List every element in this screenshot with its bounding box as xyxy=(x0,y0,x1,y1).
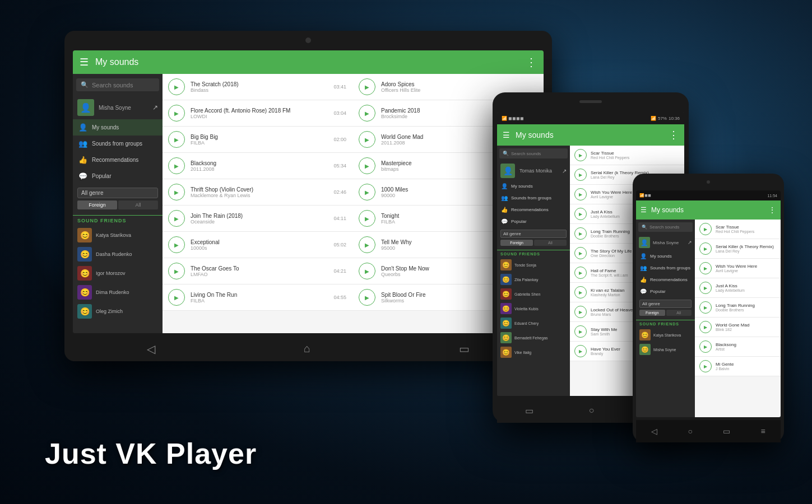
p2-nav-popular[interactable]: 💬 Popular xyxy=(636,286,695,297)
menu-icon[interactable]: ☰ xyxy=(80,56,89,68)
search-bar[interactable]: 🔍 Search sounds xyxy=(76,78,159,91)
sidebar-item-popular[interactable]: 💬 Popular xyxy=(73,168,163,184)
friend-item-2[interactable]: 😊 Dasha Rudenko xyxy=(73,245,163,264)
play-button[interactable]: ▶ xyxy=(574,169,587,181)
sidebar-item-my-sounds[interactable]: 👤 My sounds xyxy=(73,119,163,136)
friend-item-3[interactable]: 😊 Igor Morozov xyxy=(73,264,163,283)
sidebar-item-sounds-from-groups[interactable]: 👥 Sounds from groups xyxy=(73,136,163,152)
play-button[interactable]: ▶ xyxy=(359,263,375,279)
play-button[interactable]: ▶ xyxy=(699,321,712,333)
play-button[interactable]: ▶ xyxy=(699,282,712,294)
play-button[interactable]: ▶ xyxy=(574,208,587,220)
p1-nav-sounds-groups[interactable]: 👥 Sounds from groups xyxy=(497,192,570,204)
p1-genre-select[interactable]: All genre xyxy=(500,230,567,238)
table-row[interactable]: ▶ The Scratch (2018) Bindass 03:41 xyxy=(163,74,353,100)
play-button[interactable]: ▶ xyxy=(359,105,375,122)
p2-home-icon[interactable]: ○ xyxy=(688,427,692,436)
more-icon[interactable]: ⋮ xyxy=(526,55,537,69)
friend-item-1[interactable]: 😊 Katya Starikova xyxy=(73,226,163,245)
p2-nav-my-sounds[interactable]: 👤 My sounds xyxy=(636,250,695,262)
play-button[interactable]: ▶ xyxy=(168,289,185,306)
p2-nav-sounds-groups[interactable]: 👥 Sounds from groups xyxy=(636,262,695,274)
genre-all-btn[interactable]: All xyxy=(118,200,158,209)
play-button[interactable]: ▶ xyxy=(699,223,712,235)
p1-home-icon[interactable]: ○ xyxy=(589,405,595,416)
p2-more-icon[interactable]: ⋮ xyxy=(768,206,776,214)
play-button[interactable]: ▶ xyxy=(574,306,587,318)
play-button[interactable]: ▶ xyxy=(359,210,375,227)
genre-foreign-btn[interactable]: Foreign xyxy=(77,200,117,209)
play-button[interactable]: ▶ xyxy=(574,267,587,279)
p1-friend-4[interactable]: 😊 Violetta Kubis xyxy=(497,301,570,316)
play-button[interactable]: ▶ xyxy=(699,301,712,314)
p1-friend-1[interactable]: 😊 Tonde Sonja xyxy=(497,258,570,272)
p1-friend-6[interactable]: 😊 Bernadett Fehegas xyxy=(497,330,570,345)
play-button[interactable]: ▶ xyxy=(168,157,185,174)
play-button[interactable]: ▶ xyxy=(699,360,712,372)
p1-search-bar[interactable]: 🔍 Search sounds xyxy=(499,148,568,158)
table-row[interactable]: ▶ Thrift Shop (Violin Cover) Macklemore … xyxy=(163,179,353,206)
p1-nav-popular[interactable]: 💬 Popular xyxy=(497,216,570,227)
play-button[interactable]: ▶ xyxy=(699,242,712,255)
p2-genre-select[interactable]: All genre xyxy=(639,300,692,308)
list-item[interactable]: ▶ Mi Gente J Balvin xyxy=(695,357,781,376)
p1-back-icon[interactable]: ▭ xyxy=(525,405,533,416)
p1-more-icon[interactable]: ⋮ xyxy=(669,129,679,141)
play-button[interactable]: ▶ xyxy=(168,236,185,253)
list-item[interactable]: ▶ Scar Tissue Red Hot Chili Peppers xyxy=(570,146,684,165)
p2-menu-icon[interactable]: ☰ xyxy=(641,206,647,214)
play-button[interactable]: ▶ xyxy=(168,105,185,122)
play-button[interactable]: ▶ xyxy=(168,78,185,95)
p2-user-action[interactable]: ↗ xyxy=(688,240,692,245)
p2-recent-icon[interactable]: ▭ xyxy=(723,427,730,436)
p2-search-bar[interactable]: 🔍 Search sounds xyxy=(638,222,693,232)
table-row[interactable]: ▶ Exceptional 10000s 05:02 xyxy=(163,232,353,258)
friend-item-4[interactable]: 😊 Dima Rudenko xyxy=(73,283,163,302)
sidebar-item-recommendations[interactable]: 👍 Recommendations xyxy=(73,152,163,168)
p1-foreign-btn[interactable]: Foreign xyxy=(500,240,533,246)
p1-all-btn[interactable]: All xyxy=(534,240,567,246)
p2-foreign-btn[interactable]: Foreign xyxy=(639,310,665,316)
back-icon[interactable]: ◁ xyxy=(147,342,155,356)
table-row[interactable]: ▶ Blacksong 2011.2008 05:34 xyxy=(163,153,353,179)
play-button[interactable]: ▶ xyxy=(574,149,587,161)
play-button[interactable]: ▶ xyxy=(699,262,712,274)
play-button[interactable]: ▶ xyxy=(359,131,375,148)
play-button[interactable]: ▶ xyxy=(574,286,587,298)
play-button[interactable]: ▶ xyxy=(699,340,712,353)
p1-nav-my-sounds[interactable]: 👤 My sounds xyxy=(497,180,570,192)
table-row[interactable]: ▶ The Oscar Goes To LMFAO 04:21 xyxy=(163,258,353,284)
play-button[interactable]: ▶ xyxy=(359,157,375,174)
list-item[interactable]: ▶ Blacksong Artist xyxy=(695,337,781,357)
play-button[interactable]: ▶ xyxy=(574,188,587,200)
play-button[interactable]: ▶ xyxy=(359,184,375,200)
list-item[interactable]: ▶ Long Train Running Doobie Brothers xyxy=(695,298,781,318)
list-item[interactable]: ▶ Scar Tissue Red Hot Chili Peppers xyxy=(695,220,781,239)
p1-friend-2[interactable]: 😊 Zita Palankay xyxy=(497,272,570,287)
list-item[interactable]: ▶ Serial Killer (k Theory Remix) Lana De… xyxy=(695,239,781,259)
p1-menu-icon[interactable]: ☰ xyxy=(503,130,510,139)
p2-menu-nav-icon[interactable]: ≡ xyxy=(761,427,765,436)
play-button[interactable]: ▶ xyxy=(574,227,587,240)
p2-friend-2[interactable]: 😊 Misha Soyne xyxy=(636,342,695,357)
play-button[interactable]: ▶ xyxy=(574,325,587,338)
play-button[interactable]: ▶ xyxy=(168,131,185,148)
table-row[interactable]: ▶ Living On The Run FILBA 04:55 xyxy=(163,284,353,311)
table-row[interactable]: ▶ Flore Accord (ft. Antonio Rose) 2018 F… xyxy=(163,100,353,127)
p2-back-icon[interactable]: ◁ xyxy=(651,427,657,436)
friend-item-5[interactable]: 😊 Oleg Zimich xyxy=(73,302,163,321)
play-button[interactable]: ▶ xyxy=(359,78,375,95)
play-button[interactable]: ▶ xyxy=(168,184,185,200)
play-button[interactable]: ▶ xyxy=(359,289,375,306)
list-item[interactable]: ▶ Wish You Were Here Avril Lavigne xyxy=(695,259,781,278)
p1-friend-7[interactable]: 😊 Vike Italig xyxy=(497,345,570,360)
play-button[interactable]: ▶ xyxy=(168,210,185,227)
table-row[interactable]: ▶ Join The Rain (2018) Oceanside 04:11 xyxy=(163,206,353,232)
play-button[interactable]: ▶ xyxy=(574,345,587,357)
p2-friend-1[interactable]: 😊 Katya Starikova xyxy=(636,328,695,342)
p1-nav-recommendations[interactable]: 👍 Recommendations xyxy=(497,204,570,216)
user-action-icon[interactable]: ↗ xyxy=(152,104,158,111)
home-icon[interactable]: ⌂ xyxy=(304,342,310,355)
list-item[interactable]: ▶ Just A Kiss Lady Antebellum xyxy=(695,278,781,298)
table-row[interactable]: ▶ Big Big Big FILBA 02:00 xyxy=(163,127,353,153)
